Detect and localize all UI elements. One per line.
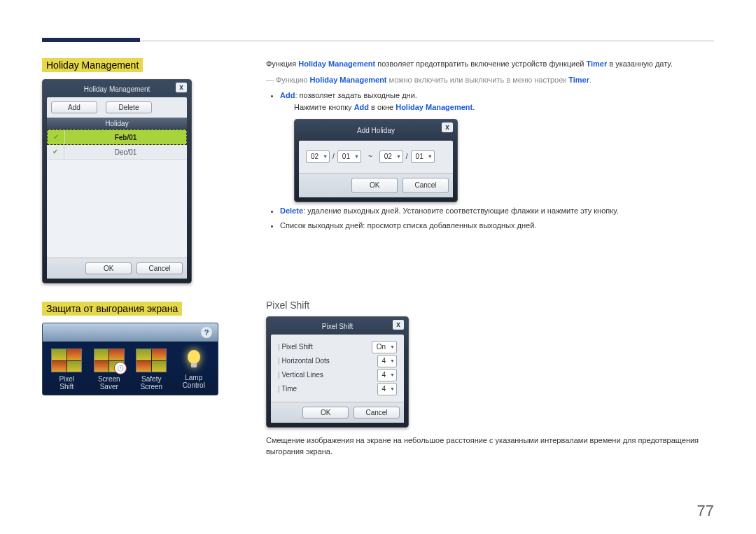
page-header-rule: [42, 28, 714, 41]
section-pixel-shift: Pixel Shift: [266, 300, 714, 311]
check-icon[interactable]: ✔: [47, 145, 64, 159]
cancel-button[interactable]: Cancel: [136, 262, 183, 274]
close-icon[interactable]: x: [393, 320, 404, 330]
svg-rect-1: [191, 363, 197, 367]
pixel-shift-dialog: Pixel Shift x Pixel Shift On▼ Horizontal…: [266, 316, 409, 428]
ok-button[interactable]: OK: [351, 178, 398, 193]
ps-row-time: Time 4▼: [278, 382, 397, 396]
tool-pixel-shift[interactable]: Pixel Shift: [50, 349, 84, 391]
vlines-select[interactable]: 4▼: [377, 369, 398, 381]
add-button[interactable]: Add: [51, 101, 97, 113]
add-holiday-dialog: Add Holiday x 02▼ / 01▼ ~ 02▼ / 0: [294, 119, 458, 202]
dialog-title: Pixel Shift: [322, 323, 353, 330]
delete-button[interactable]: Delete: [106, 101, 152, 113]
pixel-shift-select[interactable]: On▼: [372, 341, 397, 353]
ps-row-hdots: Horizontal Dots 4▼: [278, 354, 397, 368]
screen-protection-toolbar: ? Pixel Shift 🕐 Screen Saver: [42, 323, 218, 395]
from-month-select[interactable]: 02▼: [306, 150, 330, 163]
holiday-row[interactable]: ✔ Feb/01: [47, 129, 187, 145]
tool-label: Lamp Control: [177, 374, 211, 389]
tool-label: Pixel Shift: [50, 375, 84, 391]
tool-label: Screen Saver: [92, 375, 127, 391]
holiday-date: Dec/01: [64, 148, 187, 156]
check-icon[interactable]: ✔: [48, 130, 65, 144]
section-holiday-management: Holiday Management: [42, 58, 143, 72]
tool-label: Safety Screen: [134, 375, 169, 391]
ps-row-vlines: Vertical Lines 4▼: [278, 368, 397, 382]
ok-button[interactable]: OK: [85, 262, 132, 274]
tool-screen-saver[interactable]: 🕐 Screen Saver: [92, 349, 127, 391]
from-day-select[interactable]: 01▼: [337, 150, 361, 163]
ok-button[interactable]: OK: [302, 407, 349, 419]
holiday-date: Feb/01: [65, 134, 186, 141]
to-month-select[interactable]: 02▼: [379, 150, 403, 163]
to-day-select[interactable]: 01▼: [411, 150, 435, 163]
section-screen-burn-protection: Защита от выгорания экрана: [42, 302, 182, 316]
help-icon[interactable]: ?: [201, 327, 212, 338]
tool-safety-screen[interactable]: Safety Screen: [134, 349, 169, 391]
dialog-title: Holiday Management: [84, 85, 150, 93]
bullet-list: Список выходных дней: просмотр списка до…: [280, 220, 714, 232]
cancel-button[interactable]: Cancel: [402, 178, 449, 193]
close-icon[interactable]: x: [176, 83, 187, 92]
holiday-management-dialog: Holiday Management x Add Delete Holiday …: [42, 79, 192, 283]
note-timer: Функцию Holiday Management можно включит…: [276, 76, 714, 84]
page-number: 77: [697, 502, 714, 520]
close-icon[interactable]: x: [442, 122, 453, 132]
time-select[interactable]: 4▼: [377, 383, 398, 395]
ps-row-pixel-shift: Pixel Shift On▼: [278, 340, 397, 354]
empty-list-area: [47, 160, 187, 258]
hdots-select[interactable]: 4▼: [377, 355, 398, 367]
bullet-delete: Delete: удаление выходных дней. Установи…: [280, 205, 714, 218]
column-header-holiday: Holiday: [47, 118, 187, 129]
cancel-button[interactable]: Cancel: [354, 407, 400, 419]
holiday-row[interactable]: ✔ Dec/01: [47, 145, 187, 160]
bullet-add: Add: позволяет задать выходные дни. Нажм…: [280, 90, 714, 202]
pixel-shift-description: Смещение изображения на экране на неболь…: [266, 435, 714, 458]
bulb-icon: [179, 349, 209, 371]
svg-point-0: [188, 350, 200, 364]
dialog-title: Add Holiday: [357, 125, 395, 136]
intro-paragraph: Функция Holiday Management позволяет пре…: [266, 58, 714, 70]
bullet-add-sub: Нажмите кнопку Add в окне Holiday Manage…: [294, 101, 714, 113]
tool-lamp-control[interactable]: Lamp Control: [177, 349, 211, 391]
